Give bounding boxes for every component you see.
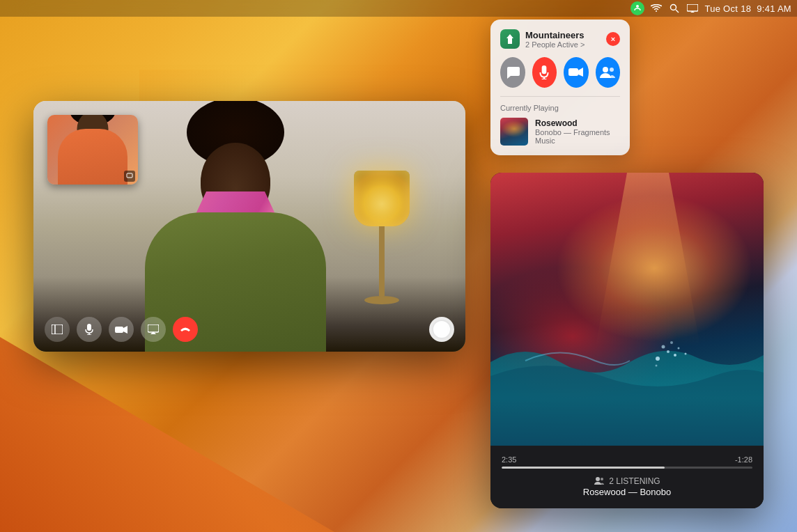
album-art-large <box>490 173 764 446</box>
svg-rect-4 <box>127 173 132 178</box>
svg-point-20 <box>662 345 665 349</box>
now-playing-row: Rosewood Bonobo — Fragments Music <box>500 118 620 146</box>
svg-point-1 <box>671 5 676 10</box>
music-controls-bar: 2:35 -1:28 2 LISTENING Rosewood — Bonobo <box>490 446 764 508</box>
time-elapsed: 2:35 <box>502 455 516 464</box>
facetime-controls-bar <box>33 317 465 342</box>
facetime-record-btn[interactable] <box>429 317 454 342</box>
menubar: Tue Oct 18 9:41 AM <box>0 0 797 17</box>
shareplay-message-btn[interactable] <box>500 57 525 88</box>
song-title: Rosewood <box>535 118 610 128</box>
shareplay-actions-row <box>500 57 620 88</box>
facetime-camera-btn[interactable] <box>109 317 134 342</box>
facetime-window <box>33 101 465 352</box>
listeners-count: 2 LISTENING <box>609 476 660 486</box>
pip-thumbnail[interactable] <box>47 115 138 185</box>
menubar-right: Tue Oct 18 9:41 AM <box>630 1 791 15</box>
svg-line-2 <box>676 10 679 13</box>
facetime-end-call-btn[interactable] <box>173 317 198 342</box>
svg-rect-15 <box>568 68 578 76</box>
svg-point-24 <box>670 341 673 344</box>
svg-point-22 <box>656 365 658 367</box>
search-icon[interactable] <box>668 2 681 15</box>
progress-track[interactable] <box>502 467 752 469</box>
facetime-video-area <box>33 101 465 352</box>
shareplay-group-name: Mountaineers <box>525 30 585 40</box>
svg-rect-10 <box>115 327 123 333</box>
svg-point-26 <box>596 477 600 481</box>
shareplay-menubar-icon[interactable] <box>630 1 644 15</box>
time-remaining: -1:28 <box>735 455 752 464</box>
svg-point-17 <box>610 68 614 72</box>
progress-fill <box>502 467 665 469</box>
shareplay-title-area: Mountaineers 2 People Active > <box>500 29 585 49</box>
time-labels: 2:35 -1:28 <box>502 455 752 464</box>
shareplay-panel-header: Mountaineers 2 People Active > × <box>500 29 620 49</box>
svg-rect-5 <box>52 324 63 334</box>
svg-point-16 <box>603 67 608 72</box>
facetime-mic-btn[interactable] <box>77 317 102 342</box>
song-artist: Bonobo — Fragments <box>535 128 610 136</box>
svg-point-19 <box>667 350 670 353</box>
facetime-screen-btn[interactable] <box>141 317 166 342</box>
svg-point-18 <box>656 357 660 361</box>
svg-point-23 <box>678 347 680 350</box>
shareplay-people-count: 2 People Active > <box>525 40 585 49</box>
svg-point-21 <box>674 354 676 357</box>
music-player-window: 2:35 -1:28 2 LISTENING Rosewood — Bonobo <box>490 173 764 508</box>
svg-point-25 <box>685 353 687 355</box>
menubar-time: 9:41 AM <box>757 3 791 14</box>
pip-body <box>58 129 127 185</box>
wifi-icon[interactable] <box>650 2 663 15</box>
svg-rect-7 <box>87 324 91 331</box>
listening-info: 2 LISTENING <box>502 476 752 487</box>
pip-overlay-icon <box>124 171 135 182</box>
pip-background <box>47 115 138 185</box>
progress-container: 2:35 -1:28 <box>502 455 752 469</box>
shareplay-title-text: Mountaineers 2 People Active > <box>525 30 585 49</box>
album-art-inner-small <box>500 118 528 146</box>
facetime-record-inner <box>432 320 451 339</box>
shareplay-mic-btn[interactable] <box>532 57 557 88</box>
svg-rect-12 <box>542 65 547 74</box>
music-song-display: Rosewood — Bonobo <box>502 487 752 497</box>
shareplay-video-btn[interactable] <box>564 57 589 88</box>
shareplay-panel: Mountaineers 2 People Active > × <box>490 19 630 155</box>
music-album-art <box>490 173 764 446</box>
shareplay-people-btn[interactable] <box>596 57 621 88</box>
svg-rect-11 <box>148 324 159 332</box>
listening-icon <box>594 476 605 487</box>
album-art-small <box>500 118 528 146</box>
song-type: Music <box>535 136 610 145</box>
currently-playing-label: Currently Playing <box>500 104 620 112</box>
shareplay-close-btn[interactable]: × <box>606 32 620 46</box>
shareplay-app-icon <box>500 29 520 49</box>
song-info: Rosewood Bonobo — Fragments Music <box>535 118 610 145</box>
facetime-sidebar-btn[interactable] <box>45 317 70 342</box>
wave-shape <box>490 306 764 446</box>
screen-mirroring-icon[interactable] <box>686 2 699 15</box>
svg-rect-3 <box>687 4 698 11</box>
menubar-date: Tue Oct 18 <box>704 3 751 14</box>
svg-point-27 <box>601 478 603 480</box>
svg-point-0 <box>636 5 639 8</box>
lamp-stem <box>379 226 385 296</box>
currently-playing-section: Currently Playing Rosewood Bonobo — Frag… <box>500 96 620 146</box>
